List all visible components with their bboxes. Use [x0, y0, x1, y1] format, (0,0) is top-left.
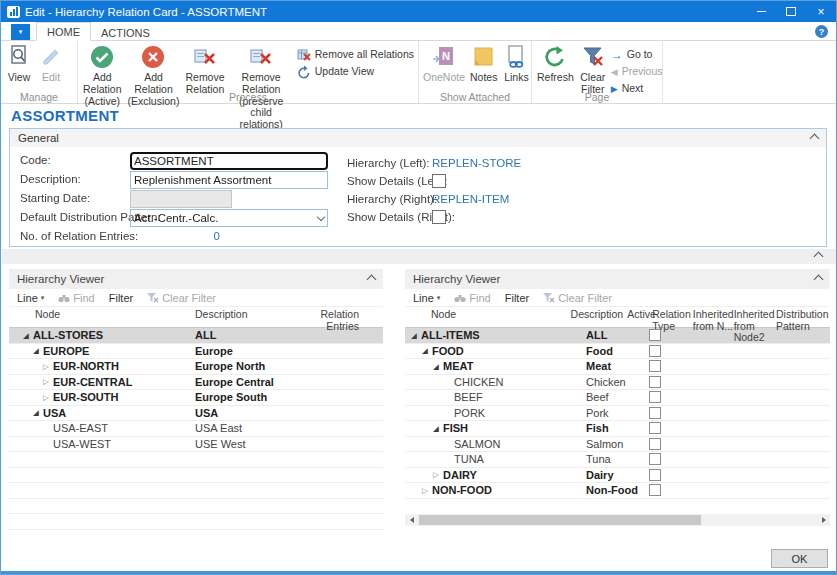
- distribution-pattern-dropdown[interactable]: Act.-Centr.-Calc.: [130, 209, 328, 227]
- collapsed-icon[interactable]: [43, 393, 53, 402]
- code-field[interactable]: [130, 152, 328, 170]
- filter-button[interactable]: Filter: [505, 292, 529, 304]
- column-header-active[interactable]: Active: [627, 309, 652, 327]
- close-button[interactable]: ×: [806, 1, 836, 22]
- table-row[interactable]: BEEFBeef: [405, 390, 830, 406]
- active-checkbox[interactable]: [649, 453, 661, 465]
- table-row[interactable]: FISHFish: [405, 421, 830, 437]
- find-button[interactable]: Find: [58, 292, 94, 304]
- table-row[interactable]: NON-FOODNon-Food: [405, 483, 830, 499]
- notes-button[interactable]: Notes: [467, 42, 500, 85]
- table-row[interactable]: EUROPEEurope: [9, 344, 383, 360]
- collapse-strip-icon[interactable]: [814, 252, 824, 262]
- active-checkbox[interactable]: [649, 438, 661, 450]
- expand-icon[interactable]: [422, 346, 432, 355]
- table-row[interactable]: PORKPork: [405, 406, 830, 422]
- table-row[interactable]: SALMONSalmon: [405, 437, 830, 453]
- active-checkbox[interactable]: [649, 407, 661, 419]
- remove-all-relations-button[interactable]: Remove all Relations: [297, 47, 414, 62]
- expand-icon[interactable]: [411, 331, 421, 340]
- previous-button[interactable]: ◀ Previous: [611, 64, 663, 79]
- table-row[interactable]: DAIRYDairy: [405, 468, 830, 484]
- scrollbar-thumb[interactable]: [419, 515, 701, 525]
- show-details-right-checkbox[interactable]: [432, 210, 446, 224]
- general-header[interactable]: General: [10, 129, 826, 147]
- column-header-inherited-from-node[interactable]: Inherited from N...: [693, 309, 734, 327]
- active-checkbox[interactable]: [649, 391, 661, 403]
- clear-filter-button[interactable]: Clear Filter: [577, 42, 609, 97]
- table-row[interactable]: TUNATuna: [405, 452, 830, 468]
- active-checkbox[interactable]: [649, 345, 661, 357]
- line-menu[interactable]: Line▾: [413, 292, 440, 304]
- column-header-inherited-from-node2[interactable]: Inherited from Node2: [734, 309, 776, 327]
- show-details-left-checkbox[interactable]: [432, 174, 446, 188]
- remove-relation-button[interactable]: Remove Relation: [182, 42, 227, 97]
- tab-home[interactable]: HOME: [36, 22, 91, 41]
- expand-icon[interactable]: [33, 408, 43, 417]
- filter-button[interactable]: Filter: [109, 292, 133, 304]
- active-checkbox[interactable]: [649, 422, 661, 434]
- find-button[interactable]: Find: [454, 292, 490, 304]
- help-icon[interactable]: ?: [815, 25, 828, 38]
- table-row[interactable]: USA-EASTUSA East: [9, 421, 383, 437]
- collapsed-icon[interactable]: [43, 362, 53, 371]
- refresh-button[interactable]: Refresh: [534, 42, 577, 85]
- expand-icon[interactable]: [433, 424, 443, 433]
- hierarchy-right-link[interactable]: REPLEN-ITEM: [432, 193, 509, 205]
- relation-entries-value[interactable]: 0: [130, 230, 220, 242]
- column-header-node[interactable]: Node: [9, 309, 195, 327]
- links-button[interactable]: Links: [500, 42, 532, 85]
- update-view-button[interactable]: Update View: [297, 64, 414, 79]
- table-row[interactable]: ALL-ITEMSALL: [405, 328, 830, 344]
- clear-filter-button[interactable]: Clear Filter: [147, 292, 216, 304]
- collapsed-icon[interactable]: [422, 486, 432, 495]
- ok-button[interactable]: OK: [771, 549, 828, 568]
- tab-actions[interactable]: ACTIONS: [91, 24, 160, 41]
- line-menu[interactable]: Line▾: [17, 292, 44, 304]
- column-header-distribution-pattern[interactable]: Distribution Pattern: [776, 309, 830, 327]
- table-row[interactable]: USA-WESTUSE West: [9, 437, 383, 453]
- table-row[interactable]: MEATMeat: [405, 359, 830, 375]
- scroll-right-arrow[interactable]: [817, 514, 830, 526]
- edit-button[interactable]: Edit: [35, 42, 67, 85]
- left-panel-header[interactable]: Hierarchy Viewer: [9, 269, 383, 289]
- table-row[interactable]: EUR-SOUTHEurope South: [9, 390, 383, 406]
- horizontal-scrollbar[interactable]: [405, 514, 830, 526]
- left-panel-collapse-icon[interactable]: [367, 274, 377, 284]
- expand-icon[interactable]: [23, 331, 33, 340]
- table-row[interactable]: FOODFood: [405, 344, 830, 360]
- minimize-button[interactable]: [746, 1, 776, 22]
- table-row[interactable]: USAUSA: [9, 406, 383, 422]
- hierarchy-left-link[interactable]: REPLEN-STORE: [432, 157, 521, 169]
- active-checkbox[interactable]: [649, 469, 661, 481]
- onenote-button[interactable]: N OneNote: [421, 42, 467, 85]
- scroll-left-arrow[interactable]: [405, 514, 418, 526]
- collapsed-icon[interactable]: [433, 470, 443, 479]
- goto-button[interactable]: → Go to: [611, 47, 663, 62]
- collapse-general-icon[interactable]: [810, 133, 820, 143]
- starting-date-field[interactable]: [130, 190, 232, 208]
- collapsed-icon[interactable]: [43, 377, 53, 386]
- expand-icon[interactable]: [433, 362, 443, 371]
- app-menu-button[interactable]: ▾: [11, 24, 30, 40]
- table-row[interactable]: EUR-NORTHEurope North: [9, 359, 383, 375]
- active-checkbox[interactable]: [649, 329, 661, 341]
- active-checkbox[interactable]: [649, 360, 661, 372]
- right-panel-collapse-icon[interactable]: [814, 274, 824, 284]
- active-checkbox[interactable]: [649, 376, 661, 388]
- table-row[interactable]: EUR-CENTRALEurope Central: [9, 375, 383, 391]
- remove-relation-preserve-button[interactable]: Remove Relation (preserve child relation…: [228, 42, 295, 132]
- column-header-description[interactable]: Description: [571, 309, 628, 327]
- table-row[interactable]: CHICKENChicken: [405, 375, 830, 391]
- maximize-button[interactable]: [776, 1, 806, 22]
- active-checkbox[interactable]: [649, 484, 661, 496]
- description-field[interactable]: [130, 171, 328, 189]
- right-panel-header[interactable]: Hierarchy Viewer: [405, 269, 830, 289]
- expand-icon[interactable]: [33, 346, 43, 355]
- column-header-node[interactable]: Node: [405, 309, 571, 327]
- column-header-description[interactable]: Description: [195, 309, 299, 327]
- column-header-relation-entries[interactable]: Relation Entries: [299, 309, 359, 327]
- column-header-relation-type[interactable]: Relation Type: [652, 309, 693, 327]
- clear-filter-button[interactable]: Clear Filter: [543, 292, 612, 304]
- view-button[interactable]: View: [3, 42, 35, 85]
